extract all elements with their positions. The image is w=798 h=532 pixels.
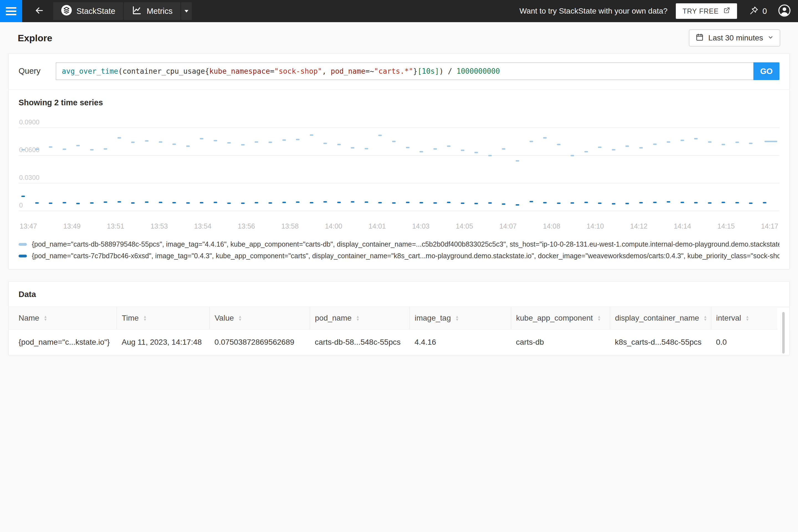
- column-header-kube-app-component[interactable]: kube_app_component▲▼: [511, 307, 610, 329]
- data-point: [625, 203, 629, 204]
- data-point: [200, 202, 203, 203]
- column-header-label: interval: [716, 314, 741, 323]
- user-avatar[interactable]: [778, 4, 791, 18]
- data-point: [406, 202, 410, 203]
- data-point: [117, 137, 121, 138]
- data-point: [378, 135, 382, 136]
- x-axis-tick-label: 14:07: [499, 222, 517, 230]
- x-axis-tick-label: 13:58: [281, 222, 299, 230]
- data-point: [502, 203, 506, 205]
- column-header-pod-name[interactable]: pod_name▲▼: [310, 307, 410, 329]
- time-range-label: Last 30 minutes: [708, 34, 763, 42]
- legend-swatch: [19, 255, 27, 258]
- x-axis-tick-label: 14:03: [412, 222, 430, 230]
- back-button[interactable]: [33, 5, 45, 17]
- query-token: (container_cpu_usage{: [118, 67, 209, 75]
- data-point: [63, 149, 66, 150]
- data-point: [667, 141, 670, 143]
- tab-stackstate[interactable]: StackState: [53, 2, 123, 20]
- chevron-down-icon: [767, 34, 774, 42]
- data-point: [557, 203, 560, 204]
- app-tabs: StackState Metrics: [53, 2, 192, 20]
- query-chart-card: Query avg_over_time(container_cpu_usage{…: [8, 53, 790, 270]
- table-scrollbar-thumb[interactable]: [782, 312, 785, 354]
- main-content: Explore Last 30 minutes Query avg_over_t…: [0, 22, 798, 355]
- data-point: [159, 202, 163, 203]
- column-header-time[interactable]: Time▲▼: [117, 307, 209, 329]
- try-free-button[interactable]: TRY FREE: [676, 3, 737, 19]
- legend-label: {pod_name="carts-7c7bd7bc46-x6xsd", imag…: [32, 252, 779, 260]
- data-point: [351, 201, 355, 203]
- x-axis-tick-label: 14:15: [717, 222, 735, 230]
- sort-icon[interactable]: ▲▼: [597, 315, 601, 321]
- menu-icon[interactable]: [0, 0, 22, 22]
- data-point: [76, 145, 80, 146]
- tab-stackstate-label: StackState: [76, 7, 115, 16]
- data-point: [49, 146, 52, 148]
- data-point: [639, 202, 643, 203]
- data-point: [406, 147, 410, 148]
- query-token: =: [270, 67, 274, 75]
- data-point: [63, 202, 66, 203]
- sort-icon[interactable]: ▲▼: [455, 315, 459, 321]
- sort-icon[interactable]: ▲▼: [44, 315, 48, 321]
- data-point: [694, 138, 698, 139]
- data-point: [474, 203, 478, 204]
- data-point: [159, 141, 163, 143]
- query-token: "carts.*": [374, 67, 413, 75]
- column-header-name[interactable]: Name▲▼: [8, 307, 117, 329]
- sort-icon[interactable]: ▲▼: [356, 315, 360, 321]
- data-point: [598, 147, 602, 148]
- sort-icon[interactable]: ▲▼: [238, 315, 242, 321]
- chart-title: Showing 2 time series: [19, 98, 779, 107]
- column-header-display-container-name[interactable]: display_container_name▲▼: [610, 307, 711, 329]
- data-point: [447, 146, 451, 147]
- query-token: ) /: [439, 67, 457, 75]
- table-cell: carts-db: [511, 329, 610, 355]
- data-point: [653, 144, 657, 145]
- sort-icon[interactable]: ▲▼: [143, 315, 147, 321]
- column-header-value[interactable]: Value▲▼: [209, 307, 310, 329]
- time-range-picker[interactable]: Last 30 minutes: [689, 30, 780, 46]
- x-axis-tick-label: 13:54: [194, 222, 212, 230]
- table-cell: 0.07503872869562689: [209, 329, 310, 355]
- data-point: [241, 203, 245, 204]
- x-axis-tick-label: 13:47: [20, 222, 37, 230]
- table-cell: k8s_carts-d...548c-55pcs: [610, 329, 711, 355]
- go-button[interactable]: GO: [754, 62, 779, 80]
- data-point: [598, 203, 602, 204]
- query-token: ,: [322, 67, 330, 75]
- tab-dropdown-button[interactable]: [181, 2, 192, 20]
- data-point: [392, 202, 396, 204]
- data-point: [337, 202, 341, 203]
- table-scrollbar-track: [778, 308, 789, 355]
- table-cell: {pod_name="c...kstate.io"}: [8, 329, 117, 355]
- data-point: [131, 202, 135, 204]
- data-point: [392, 141, 396, 142]
- data-point: [351, 147, 355, 149]
- data-point: [543, 202, 547, 203]
- data-point: [735, 141, 739, 143]
- data-point: [365, 202, 368, 203]
- table-body: {pod_name="c...kstate.io"}Aug 11, 2023, …: [8, 329, 790, 355]
- column-header-image-tag[interactable]: image_tag▲▼: [410, 307, 511, 329]
- data-point: [378, 202, 382, 203]
- sort-icon[interactable]: ▲▼: [746, 315, 749, 321]
- query-token: avg_over_time: [62, 67, 118, 75]
- data-point: [735, 202, 739, 203]
- query-token: kube_namespace: [209, 67, 270, 75]
- data-point: [131, 141, 135, 143]
- x-axis-tick-label: 14:00: [325, 222, 342, 230]
- pin-button[interactable]: 0: [749, 6, 767, 16]
- data-point: [530, 201, 533, 202]
- data-point: [749, 203, 753, 204]
- query-input[interactable]: avg_over_time(container_cpu_usage{kube_n…: [56, 62, 754, 80]
- gridline: [19, 183, 779, 184]
- gridline: [19, 211, 779, 211]
- data-point: [571, 202, 574, 204]
- sort-icon[interactable]: ▲▼: [704, 315, 707, 321]
- query-token: }: [413, 67, 418, 75]
- gridline: [19, 128, 779, 128]
- column-header-label: pod_name: [315, 314, 352, 323]
- tab-metrics[interactable]: Metrics: [124, 2, 180, 20]
